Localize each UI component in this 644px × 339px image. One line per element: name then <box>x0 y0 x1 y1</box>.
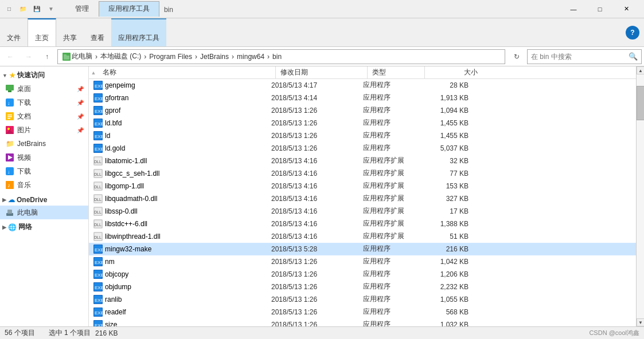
sidebar-item-music[interactable]: ♪ 音乐 <box>0 178 88 192</box>
vertical-scrollbar[interactable]: ▲ ▼ <box>636 66 644 326</box>
table-row[interactable]: DLL libquadmath-0.dll 2018/5/13 4:16 应用程… <box>89 192 636 205</box>
sidebar-item-download2[interactable]: ↓ 下载 <box>0 164 88 178</box>
cell-date: 2018/5/13 1:26 <box>267 283 358 291</box>
help-button[interactable]: ? <box>626 26 639 40</box>
col-name-label: 名称 <box>103 68 116 77</box>
cell-size: 1,042 KB <box>416 258 473 266</box>
table-row[interactable]: EXE ld 2018/5/13 1:26 应用程序 1,455 KB <box>89 129 636 142</box>
cell-size: 568 KB <box>416 308 473 316</box>
scroll-thumb[interactable] <box>637 86 644 120</box>
table-row[interactable]: DLL libwinpthread-1.dll 2018/5/13 4:16 应… <box>89 230 636 243</box>
search-input[interactable] <box>531 53 629 61</box>
up-button[interactable]: ↑ <box>39 49 55 64</box>
jetbrains-folder-icon: 📁 <box>5 139 15 149</box>
scroll-track[interactable] <box>637 74 644 132</box>
table-row[interactable]: EXE size 2018/5/13 1:26 应用程序 1,032 KB <box>89 318 636 326</box>
cell-type: 应用程序扩展 <box>358 194 416 203</box>
sidebar-item-thispc[interactable]: 此电脑 <box>0 206 88 219</box>
svg-text:EXE: EXE <box>95 273 103 278</box>
back-button[interactable]: ← <box>2 49 18 64</box>
cell-name: EXE mingw32-make <box>89 245 267 254</box>
cell-date: 2018/5/13 1:26 <box>267 119 358 127</box>
table-row[interactable]: DLL libstdc++-6.dll 2018/5/13 4:16 应用程序扩… <box>89 218 636 230</box>
col-type-header[interactable]: 类型 <box>368 66 425 78</box>
table-row[interactable]: EXE gprof 2018/5/13 1:26 应用程序 1,094 KB <box>89 104 636 117</box>
close-button[interactable]: ✕ <box>613 0 639 18</box>
onedrive-section[interactable]: ▶ ☁ OneDrive <box>0 194 88 206</box>
table-row[interactable]: EXE nm 2018/5/13 1:26 应用程序 1,042 KB <box>89 255 636 268</box>
network-label: 网络 <box>18 222 32 232</box>
sidebar-item-video[interactable]: 视频 <box>0 151 88 164</box>
address-path[interactable]: 此电脑 › 本地磁盘 (C:) › Program Files › JetBra… <box>57 49 505 64</box>
col-name-header[interactable]: 名称 <box>98 66 276 78</box>
table-row[interactable]: DLL libgcc_s_seh-1.dll 2018/5/13 4:16 应用… <box>89 167 636 180</box>
svg-text:EXE: EXE <box>95 147 103 152</box>
network-section[interactable]: ▶ 🌐 网络 <box>0 220 88 234</box>
cell-size: 2,232 KB <box>416 283 473 291</box>
col-date-header[interactable]: 修改日期 <box>276 66 368 78</box>
item-count: 56 个项目 <box>5 328 35 338</box>
svg-text:DLL: DLL <box>94 198 102 202</box>
refresh-button[interactable]: ↻ <box>509 49 525 64</box>
table-row[interactable]: DLL libatomic-1.dll 2018/5/13 4:16 应用程序扩… <box>89 155 636 167</box>
network-arrow: ▶ <box>2 224 6 230</box>
app-tools-tab[interactable]: 应用程序工具 <box>99 1 159 17</box>
sidebar-item-docs[interactable]: 文档 📌 <box>0 109 88 123</box>
table-row[interactable]: EXE ld.gold 2018/5/13 1:26 应用程序 5,037 KB <box>89 142 636 155</box>
svg-text:DLL: DLL <box>94 172 102 176</box>
maximize-button[interactable]: □ <box>587 0 613 18</box>
table-row[interactable]: EXE genpeimg 2018/5/13 4:17 应用程序 28 KB <box>89 79 636 92</box>
svg-text:DLL: DLL <box>94 160 102 164</box>
cell-date: 2018/5/13 1:26 <box>267 308 358 316</box>
cell-name: EXE size <box>89 320 267 327</box>
quick-access-section[interactable]: ▼ ★ 快速访问 <box>0 69 88 82</box>
table-row[interactable]: EXE readelf 2018/5/13 1:26 应用程序 568 KB <box>89 306 636 318</box>
scroll-up-arrow[interactable]: ▲ <box>637 66 644 74</box>
col-size-header[interactable]: 大小 <box>425 66 482 78</box>
forward-button[interactable]: → <box>21 49 37 64</box>
search-box[interactable]: 🔍 <box>527 49 642 64</box>
path-c: 本地磁盘 (C:) <box>100 52 141 61</box>
scroll-down-arrow[interactable]: ▼ <box>637 318 644 326</box>
ribbon-tab-apptools[interactable]: 应用程序工具 <box>111 18 166 46</box>
ribbon-tab-view[interactable]: 查看 <box>84 18 111 46</box>
table-row[interactable]: EXE gfortran 2018/5/13 4:14 应用程序 1,913 K… <box>89 92 636 104</box>
sidebar-item-download1[interactable]: ↓ 下载 📌 <box>0 96 88 109</box>
table-row[interactable]: EXE mingw32-make 2018/5/13 5:28 应用程序 216… <box>89 243 636 255</box>
svg-rect-4 <box>8 90 11 92</box>
title-bar: □ 📁 💾 ▼ 管理 应用程序工具 bin — □ ✕ <box>0 0 644 18</box>
cell-name: EXE gprof <box>89 106 267 115</box>
table-row[interactable]: EXE ranlib 2018/5/13 1:26 应用程序 1,055 KB <box>89 293 636 306</box>
network-icon: 🌐 <box>8 223 17 231</box>
title-bar-icons: □ 📁 💾 ▼ <box>5 5 54 14</box>
watermark: CSDN @cool鸿鑫 <box>589 329 639 337</box>
new-doc-icon[interactable]: □ <box>5 5 14 14</box>
cell-name: EXE ld.bfd <box>89 119 267 128</box>
cell-name: EXE genpeimg <box>89 81 267 90</box>
cell-date: 2018/5/13 4:16 <box>267 232 358 241</box>
sidebar-item-jetbrains[interactable]: 📁 JetBrains <box>0 137 88 151</box>
table-row[interactable]: EXE objcopy 2018/5/13 1:26 应用程序 1,206 KB <box>89 268 636 281</box>
onedrive-icon: ☁ <box>8 196 15 204</box>
ribbon-tab-home[interactable]: 主页 <box>28 18 56 46</box>
manage-tab[interactable]: 管理 <box>65 1 99 17</box>
table-row[interactable]: DLL libgomp-1.dll 2018/5/13 4:16 应用程序扩展 … <box>89 180 636 192</box>
cell-type: 应用程序 <box>358 320 416 326</box>
folder-icon[interactable]: 📁 <box>18 5 28 14</box>
sidebar-item-desktop[interactable]: 桌面 📌 <box>0 82 88 96</box>
table-row[interactable]: EXE objdump 2018/5/13 1:26 应用程序 2,232 KB <box>89 281 636 293</box>
svg-text:DLL: DLL <box>94 235 102 239</box>
sidebar-item-pics[interactable]: 图片 📌 <box>0 123 88 137</box>
table-row[interactable]: DLL libssp-0.dll 2018/5/13 4:16 应用程序扩展 1… <box>89 205 636 218</box>
table-row[interactable]: EXE ld.bfd 2018/5/13 1:26 应用程序 1,455 KB <box>89 117 636 129</box>
cell-type: 应用程序 <box>358 80 416 90</box>
ribbon-tab-share[interactable]: 共享 <box>56 18 84 46</box>
dropdown-arrow[interactable]: ▼ <box>48 6 54 12</box>
cell-date: 2018/5/13 4:17 <box>267 81 358 89</box>
cell-type: 应用程序 <box>358 93 416 103</box>
save-icon[interactable]: 💾 <box>32 5 41 14</box>
ribbon-tab-file[interactable]: 文件 <box>0 18 28 46</box>
svg-text:♪: ♪ <box>7 182 10 188</box>
sidebar-download1-label: 下载 <box>17 98 31 108</box>
minimize-button[interactable]: — <box>560 0 587 18</box>
